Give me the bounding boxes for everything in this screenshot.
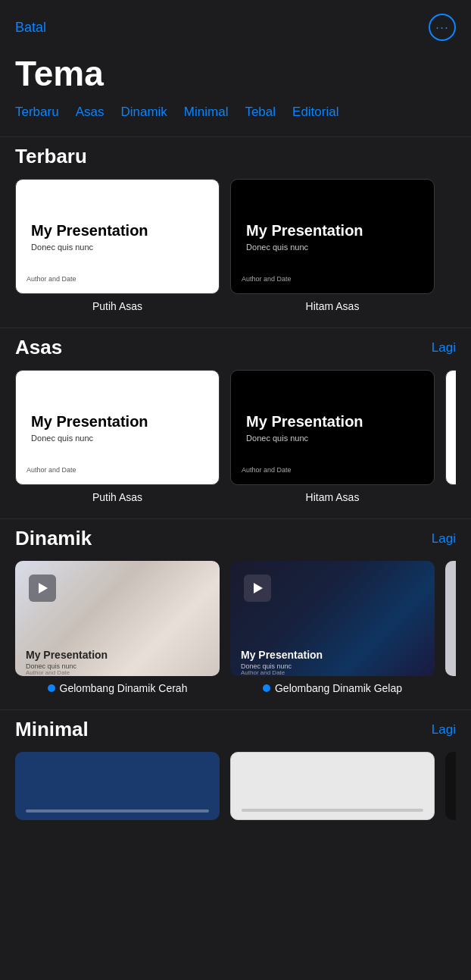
slide-author: Author and Date <box>242 466 292 474</box>
category-tabs: Terbaru Asas Dinamik Minimal Tebal Edito… <box>0 105 471 123</box>
theme-label-putih-asas-terbaru: Putih Asas <box>92 300 142 312</box>
tab-editorial[interactable]: Editorial <box>292 105 338 123</box>
slide-subtitle: Donec quis nunc <box>31 434 204 443</box>
app-header: Batal ··· <box>0 0 471 47</box>
more-options-button[interactable]: ··· <box>429 14 456 41</box>
section-dinamik-header: Dinamik Lagi <box>15 527 456 550</box>
slide-title: My Presentation <box>31 222 204 240</box>
slide-author: Author and Date <box>242 275 292 283</box>
theme-preview-light-wave: My Presentation Donec quis nunc Author a… <box>15 561 220 676</box>
slide-title-wave-light: My Presentation <box>26 649 108 661</box>
theme-preview-minimal-blue <box>15 752 220 820</box>
theme-preview-white-asas: My Presentation Donec quis nunc Author a… <box>15 370 220 485</box>
section-asas-title: Asas <box>15 336 62 359</box>
theme-label-gelombang-cerah: Gelombang Dinamik Cerah <box>60 682 188 694</box>
theme-label-hitam-asas-asas: Hitam Asas <box>306 491 360 503</box>
theme-minimal-blue[interactable] <box>15 752 220 820</box>
theme-preview-black-asas: My Presentation Donec quis nunc Author a… <box>230 370 435 485</box>
theme-hitam-asas-terbaru[interactable]: My Presentation Donec quis nunc Author a… <box>230 179 435 312</box>
theme-partial-asas[interactable] <box>445 370 456 503</box>
slide-content: My Presentation Donec quis nunc <box>31 222 204 252</box>
theme-preview-minimal-light <box>230 752 435 820</box>
slide-subtitle: Donec quis nunc <box>246 243 419 252</box>
slide-author-wave-dark: Author and Date <box>241 669 285 676</box>
section-minimal-title: Minimal <box>15 718 89 741</box>
theme-preview-black-terbaru: My Presentation Donec quis nunc Author a… <box>230 179 435 294</box>
play-icon <box>39 583 48 593</box>
play-icon-dark <box>254 583 263 593</box>
section-terbaru-header: Terbaru <box>15 145 456 168</box>
dinamik-themes-row: My Presentation Donec quis nunc Author a… <box>15 561 456 694</box>
asas-more-button[interactable]: Lagi <box>432 340 456 355</box>
section-dinamik: Dinamik Lagi My Presentation Donec quis … <box>0 518 471 709</box>
theme-preview-partial-dinamik <box>445 561 456 676</box>
slide-subtitle: Donec quis nunc <box>31 243 204 252</box>
theme-gelombang-gelap[interactable]: My Presentation Donec quis nunc Author a… <box>230 561 435 694</box>
theme-preview-minimal-dark-partial <box>445 752 456 820</box>
dinamik-more-button[interactable]: Lagi <box>432 531 456 546</box>
cancel-button[interactable]: Batal <box>15 20 46 36</box>
theme-preview-partial-asas <box>445 370 456 485</box>
theme-hitam-asas-asas[interactable]: My Presentation Donec quis nunc Author a… <box>230 370 435 503</box>
theme-putih-asas-asas[interactable]: My Presentation Donec quis nunc Author a… <box>15 370 220 503</box>
slide-title: My Presentation <box>246 413 419 431</box>
play-icon-wrapper-dark <box>244 575 271 602</box>
theme-minimal-light[interactable] <box>230 752 435 820</box>
tab-dinamik[interactable]: Dinamik <box>120 105 167 123</box>
slide-title: My Presentation <box>31 413 204 431</box>
minimal-bar-light <box>242 809 423 812</box>
section-asas: Asas Lagi My Presentation Donec quis nun… <box>0 327 471 518</box>
theme-preview-dark-wave: My Presentation Donec quis nunc Author a… <box>230 561 435 676</box>
section-terbaru-title: Terbaru <box>15 145 87 168</box>
theme-label-row-cerah: Gelombang Dinamik Cerah <box>48 682 188 694</box>
theme-putih-asas-terbaru[interactable]: My Presentation Donec quis nunc Author a… <box>15 179 220 312</box>
minimal-more-button[interactable]: Lagi <box>432 722 456 737</box>
theme-preview-white-terbaru: My Presentation Donec quis nunc Author a… <box>15 179 220 294</box>
section-asas-header: Asas Lagi <box>15 336 456 359</box>
page-title: Tema <box>0 47 471 105</box>
theme-label-gelombang-gelap: Gelombang Dinamik Gelap <box>275 682 402 694</box>
tab-asas[interactable]: Asas <box>76 105 104 123</box>
section-terbaru: Terbaru My Presentation Donec quis nunc … <box>0 136 471 327</box>
dot-indicator-cerah <box>48 684 55 692</box>
tab-minimal[interactable]: Minimal <box>184 105 229 123</box>
slide-author: Author and Date <box>27 275 76 283</box>
play-icon-wrapper <box>29 575 56 602</box>
section-minimal: Minimal Lagi <box>0 709 471 835</box>
dot-indicator-gelap <box>263 684 270 692</box>
theme-label-hitam-asas-terbaru: Hitam Asas <box>306 300 360 312</box>
terbaru-themes-row: My Presentation Donec quis nunc Author a… <box>15 179 456 312</box>
section-minimal-header: Minimal Lagi <box>15 718 456 741</box>
slide-subtitle: Donec quis nunc <box>246 434 419 443</box>
theme-partial-dinamik[interactable] <box>445 561 456 694</box>
minimal-bar <box>26 809 209 812</box>
theme-label-row-gelap: Gelombang Dinamik Gelap <box>263 682 402 694</box>
minimal-themes-row <box>15 752 456 820</box>
slide-content: My Presentation Donec quis nunc <box>246 222 419 252</box>
slide-author: Author and Date <box>27 466 76 474</box>
slide-content: My Presentation Donec quis nunc <box>246 413 419 443</box>
slide-author-wave-light: Author and Date <box>26 669 70 676</box>
slide-content: My Presentation Donec quis nunc <box>31 413 204 443</box>
theme-minimal-partial[interactable] <box>445 752 456 820</box>
slide-title: My Presentation <box>246 222 419 240</box>
theme-gelombang-cerah[interactable]: My Presentation Donec quis nunc Author a… <box>15 561 220 694</box>
slide-title-wave-dark: My Presentation <box>241 649 323 661</box>
tab-tebal[interactable]: Tebal <box>245 105 276 123</box>
section-dinamik-title: Dinamik <box>15 527 92 550</box>
tab-terbaru[interactable]: Terbaru <box>15 105 59 123</box>
asas-themes-row: My Presentation Donec quis nunc Author a… <box>15 370 456 503</box>
theme-label-putih-asas-asas: Putih Asas <box>92 491 142 503</box>
more-dots-icon: ··· <box>435 20 449 34</box>
